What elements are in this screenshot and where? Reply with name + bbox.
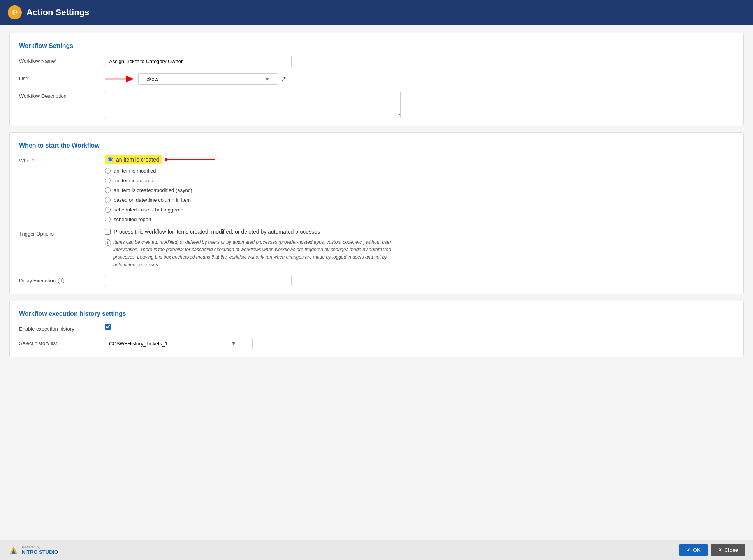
- red-arrow-annotation-2: [165, 155, 216, 164]
- select-history-list-label: Select history list: [19, 338, 97, 346]
- history-list-select[interactable]: CCSWFHistory_Tickets_1: [105, 338, 253, 349]
- list-external-link[interactable]: ↗: [281, 75, 286, 83]
- workflow-description-textarea[interactable]: [105, 91, 401, 118]
- list-row: List* Tickets ▼: [19, 73, 734, 85]
- trigger-note: i Items can be created, modified, or del…: [105, 239, 401, 269]
- radio-date-time[interactable]: [105, 197, 111, 203]
- radio-scheduled-report[interactable]: [105, 217, 111, 222]
- radio-item-scheduled-report[interactable]: scheduled report: [105, 217, 734, 222]
- delay-execution-label: Delay Execution i: [19, 275, 97, 284]
- workflow-description-label: Workflow Description: [19, 91, 97, 99]
- footer-logo-text: Powered by NITRO STUDIO: [22, 545, 58, 555]
- radio-item-created-wrapper: an item is created: [105, 155, 734, 164]
- enable-history-checkbox[interactable]: [105, 324, 111, 330]
- enable-history-label: Enable execution history: [19, 324, 97, 332]
- page-title: Action Settings: [26, 7, 89, 18]
- list-select[interactable]: Tickets: [138, 73, 278, 85]
- radio-item-deleted[interactable]: an item is deleted: [105, 178, 734, 183]
- delay-execution-input[interactable]: [105, 275, 292, 286]
- gear-icon: ⚙: [12, 8, 18, 17]
- workflow-name-row: Workflow Name*: [19, 56, 734, 67]
- footer-buttons: ✓ OK ✕ Close: [679, 544, 745, 556]
- workflow-settings-title: Workflow Settings: [19, 42, 734, 49]
- ok-button[interactable]: ✓ OK: [679, 544, 708, 556]
- trigger-info: Process this workflow for items created,…: [105, 229, 401, 269]
- radio-item-created[interactable]: an item is created: [105, 155, 162, 164]
- nitro-studio-logo-icon: [8, 544, 19, 556]
- delay-info-icon: i: [58, 278, 64, 284]
- when-section-title: When to start the Workflow: [19, 142, 734, 149]
- execution-history-section: Workflow execution history settings Enab…: [9, 301, 744, 357]
- radio-created-modified[interactable]: [105, 187, 111, 193]
- trigger-checkbox-row: Process this workflow for items created,…: [105, 229, 401, 235]
- trigger-options-label: Trigger Options: [19, 229, 97, 237]
- when-radio-group: an item is created an: [105, 155, 734, 222]
- radio-created[interactable]: [108, 157, 113, 162]
- workflow-name-input[interactable]: [105, 56, 292, 67]
- trigger-options-row: Trigger Options Process this workflow fo…: [19, 229, 734, 269]
- red-arrow-annotation: [105, 75, 136, 83]
- execution-history-title: Workflow execution history settings: [19, 310, 734, 317]
- select-history-list-row: Select history list CCSWFHistory_Tickets…: [19, 338, 734, 349]
- enable-history-row: Enable execution history: [19, 324, 734, 332]
- when-row: When* an item is created: [19, 155, 734, 222]
- main-content: Workflow Settings Workflow Name* List*: [0, 25, 753, 540]
- x-icon: ✕: [718, 547, 722, 553]
- info-icon: i: [105, 239, 111, 246]
- app-footer: Powered by NITRO STUDIO ✓ OK ✕ Close: [0, 540, 753, 560]
- radio-deleted[interactable]: [105, 178, 111, 183]
- app-icon: ⚙: [8, 5, 22, 19]
- checkmark-icon: ✓: [686, 547, 691, 553]
- workflow-settings-section: Workflow Settings Workflow Name* List*: [9, 33, 744, 126]
- radio-modified[interactable]: [105, 168, 111, 174]
- trigger-checkbox[interactable]: [105, 229, 111, 235]
- radio-scheduled[interactable]: [105, 207, 111, 213]
- when-label: When*: [19, 155, 97, 164]
- when-section: When to start the Workflow When* an item…: [9, 132, 744, 294]
- close-button[interactable]: ✕ Close: [711, 544, 745, 556]
- workflow-name-label: Workflow Name*: [19, 56, 97, 64]
- radio-item-scheduled[interactable]: scheduled / user / bot triggered: [105, 207, 734, 213]
- footer-logo: Powered by NITRO STUDIO: [8, 544, 58, 556]
- radio-item-created-modified[interactable]: an item is created/modified (async): [105, 187, 734, 193]
- workflow-description-row: Workflow Description: [19, 91, 734, 118]
- radio-item-modified[interactable]: an item is modified: [105, 168, 734, 174]
- list-label: List*: [19, 73, 97, 81]
- trigger-checkbox-label: Process this workflow for items created,…: [114, 229, 320, 235]
- app-header: ⚙ Action Settings: [0, 0, 753, 25]
- radio-item-date-time[interactable]: based on date/time column in item: [105, 197, 734, 203]
- delay-execution-row: Delay Execution i: [19, 275, 734, 286]
